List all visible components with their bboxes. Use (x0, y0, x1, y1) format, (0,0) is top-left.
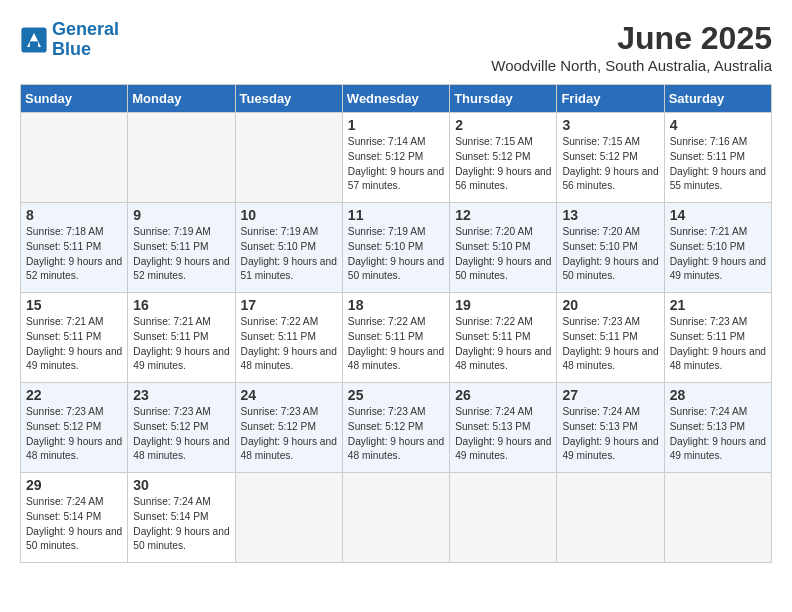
day-info: Sunrise: 7:16 AM Sunset: 5:11 PM Dayligh… (670, 135, 766, 194)
logo-icon (20, 26, 48, 54)
day-number: 4 (670, 117, 766, 133)
empty-cell (235, 473, 342, 563)
daylight-text: Daylight: 9 hours and 57 minutes. (348, 166, 444, 192)
daylight-text: Daylight: 9 hours and 48 minutes. (348, 436, 444, 462)
day-info: Sunrise: 7:22 AM Sunset: 5:11 PM Dayligh… (348, 315, 444, 374)
daylight-text: Daylight: 9 hours and 48 minutes. (133, 436, 229, 462)
calendar-week-4: 22 Sunrise: 7:23 AM Sunset: 5:12 PM Dayl… (21, 383, 772, 473)
daylight-text: Daylight: 9 hours and 50 minutes. (562, 256, 658, 282)
sunrise-text: Sunrise: 7:16 AM (670, 136, 748, 147)
day-cell-4: 4 Sunrise: 7:16 AM Sunset: 5:11 PM Dayli… (664, 113, 771, 203)
day-number: 24 (241, 387, 337, 403)
sunset-text: Sunset: 5:13 PM (455, 421, 530, 432)
day-info: Sunrise: 7:24 AM Sunset: 5:13 PM Dayligh… (455, 405, 551, 464)
day-info: Sunrise: 7:19 AM Sunset: 5:10 PM Dayligh… (348, 225, 444, 284)
day-cell-10: 10 Sunrise: 7:19 AM Sunset: 5:10 PM Dayl… (235, 203, 342, 293)
day-number: 3 (562, 117, 658, 133)
title-area: June 2025 Woodville North, South Austral… (491, 20, 772, 74)
sunset-text: Sunset: 5:10 PM (348, 241, 423, 252)
sunset-text: Sunset: 5:12 PM (455, 151, 530, 162)
day-cell-30: 30 Sunrise: 7:24 AM Sunset: 5:14 PM Dayl… (128, 473, 235, 563)
day-info: Sunrise: 7:21 AM Sunset: 5:11 PM Dayligh… (26, 315, 122, 374)
day-cell-1: 1 Sunrise: 7:14 AM Sunset: 5:12 PM Dayli… (342, 113, 449, 203)
sunset-text: Sunset: 5:11 PM (562, 331, 637, 342)
day-number: 17 (241, 297, 337, 313)
sunrise-text: Sunrise: 7:20 AM (562, 226, 640, 237)
daylight-text: Daylight: 9 hours and 48 minutes. (562, 346, 658, 372)
day-info: Sunrise: 7:23 AM Sunset: 5:12 PM Dayligh… (241, 405, 337, 464)
daylight-text: Daylight: 9 hours and 52 minutes. (26, 256, 122, 282)
daylight-text: Daylight: 9 hours and 50 minutes. (348, 256, 444, 282)
day-info: Sunrise: 7:19 AM Sunset: 5:11 PM Dayligh… (133, 225, 229, 284)
daylight-text: Daylight: 9 hours and 48 minutes. (348, 346, 444, 372)
day-info: Sunrise: 7:24 AM Sunset: 5:13 PM Dayligh… (562, 405, 658, 464)
day-cell-27: 27 Sunrise: 7:24 AM Sunset: 5:13 PM Dayl… (557, 383, 664, 473)
calendar-week-2: 8 Sunrise: 7:18 AM Sunset: 5:11 PM Dayli… (21, 203, 772, 293)
sunset-text: Sunset: 5:11 PM (133, 331, 208, 342)
day-number: 1 (348, 117, 444, 133)
month-title: June 2025 (491, 20, 772, 57)
day-cell-8: 8 Sunrise: 7:18 AM Sunset: 5:11 PM Dayli… (21, 203, 128, 293)
day-info: Sunrise: 7:15 AM Sunset: 5:12 PM Dayligh… (455, 135, 551, 194)
day-cell-29: 29 Sunrise: 7:24 AM Sunset: 5:14 PM Dayl… (21, 473, 128, 563)
daylight-text: Daylight: 9 hours and 49 minutes. (455, 436, 551, 462)
daylight-text: Daylight: 9 hours and 52 minutes. (133, 256, 229, 282)
sunrise-text: Sunrise: 7:24 AM (562, 406, 640, 417)
sunrise-text: Sunrise: 7:14 AM (348, 136, 426, 147)
weekday-header-saturday: Saturday (664, 85, 771, 113)
svg-rect-2 (30, 41, 38, 47)
day-number: 11 (348, 207, 444, 223)
day-number: 12 (455, 207, 551, 223)
logo: General Blue (20, 20, 119, 60)
sunset-text: Sunset: 5:11 PM (670, 151, 745, 162)
sunset-text: Sunset: 5:11 PM (455, 331, 530, 342)
day-cell-24: 24 Sunrise: 7:23 AM Sunset: 5:12 PM Dayl… (235, 383, 342, 473)
sunrise-text: Sunrise: 7:23 AM (241, 406, 319, 417)
sunrise-text: Sunrise: 7:23 AM (348, 406, 426, 417)
empty-cell (342, 473, 449, 563)
daylight-text: Daylight: 9 hours and 51 minutes. (241, 256, 337, 282)
day-info: Sunrise: 7:19 AM Sunset: 5:10 PM Dayligh… (241, 225, 337, 284)
day-cell-21: 21 Sunrise: 7:23 AM Sunset: 5:11 PM Dayl… (664, 293, 771, 383)
day-info: Sunrise: 7:18 AM Sunset: 5:11 PM Dayligh… (26, 225, 122, 284)
sunrise-text: Sunrise: 7:22 AM (241, 316, 319, 327)
empty-cell (21, 113, 128, 203)
empty-cell (128, 113, 235, 203)
sunset-text: Sunset: 5:14 PM (26, 511, 101, 522)
day-number: 30 (133, 477, 229, 493)
daylight-text: Daylight: 9 hours and 49 minutes. (26, 346, 122, 372)
day-number: 16 (133, 297, 229, 313)
day-cell-28: 28 Sunrise: 7:24 AM Sunset: 5:13 PM Dayl… (664, 383, 771, 473)
sunset-text: Sunset: 5:12 PM (348, 151, 423, 162)
day-number: 10 (241, 207, 337, 223)
day-info: Sunrise: 7:20 AM Sunset: 5:10 PM Dayligh… (455, 225, 551, 284)
sunrise-text: Sunrise: 7:21 AM (670, 226, 748, 237)
day-number: 21 (670, 297, 766, 313)
day-cell-19: 19 Sunrise: 7:22 AM Sunset: 5:11 PM Dayl… (450, 293, 557, 383)
empty-cell (557, 473, 664, 563)
calendar-week-1: 1 Sunrise: 7:14 AM Sunset: 5:12 PM Dayli… (21, 113, 772, 203)
day-info: Sunrise: 7:23 AM Sunset: 5:12 PM Dayligh… (26, 405, 122, 464)
sunset-text: Sunset: 5:11 PM (133, 241, 208, 252)
day-cell-14: 14 Sunrise: 7:21 AM Sunset: 5:10 PM Dayl… (664, 203, 771, 293)
day-number: 26 (455, 387, 551, 403)
calendar-table: SundayMondayTuesdayWednesdayThursdayFrid… (20, 84, 772, 563)
sunrise-text: Sunrise: 7:23 AM (562, 316, 640, 327)
day-info: Sunrise: 7:24 AM Sunset: 5:14 PM Dayligh… (133, 495, 229, 554)
day-info: Sunrise: 7:21 AM Sunset: 5:11 PM Dayligh… (133, 315, 229, 374)
day-number: 13 (562, 207, 658, 223)
sunrise-text: Sunrise: 7:22 AM (348, 316, 426, 327)
sunset-text: Sunset: 5:10 PM (455, 241, 530, 252)
day-cell-25: 25 Sunrise: 7:23 AM Sunset: 5:12 PM Dayl… (342, 383, 449, 473)
sunrise-text: Sunrise: 7:21 AM (26, 316, 104, 327)
sunrise-text: Sunrise: 7:19 AM (133, 226, 211, 237)
weekday-header-friday: Friday (557, 85, 664, 113)
day-info: Sunrise: 7:23 AM Sunset: 5:12 PM Dayligh… (348, 405, 444, 464)
day-cell-22: 22 Sunrise: 7:23 AM Sunset: 5:12 PM Dayl… (21, 383, 128, 473)
calendar-week-5: 29 Sunrise: 7:24 AM Sunset: 5:14 PM Dayl… (21, 473, 772, 563)
weekday-header-wednesday: Wednesday (342, 85, 449, 113)
sunset-text: Sunset: 5:12 PM (133, 421, 208, 432)
page-header: General Blue June 2025 Woodville North, … (20, 20, 772, 74)
day-cell-15: 15 Sunrise: 7:21 AM Sunset: 5:11 PM Dayl… (21, 293, 128, 383)
sunrise-text: Sunrise: 7:24 AM (133, 496, 211, 507)
